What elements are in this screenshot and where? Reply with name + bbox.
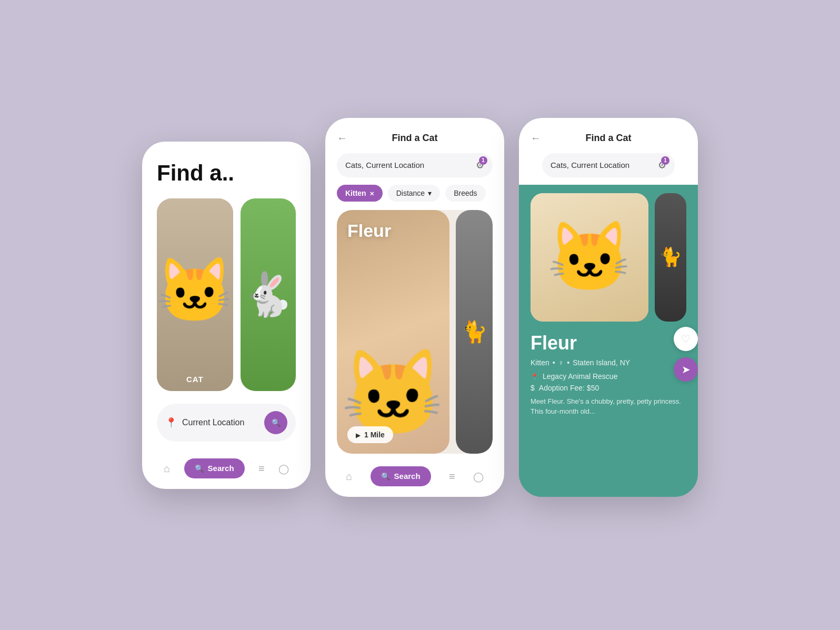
rescue-location-icon [531,372,538,381]
s3-cat-name: Fleur [531,332,686,354]
chevron-down-icon [428,189,432,197]
screen3-search-section: Cats, Current Location ⚙ 1 [519,153,698,185]
filter-distance[interactable]: Distance [388,185,440,202]
screen2-title: Find a Cat [392,133,437,144]
distance-text: 1 Mile [364,431,385,439]
filter-pills: Kitten Distance Breeds [337,185,493,202]
filter-kitten-label: Kitten [345,189,366,197]
filter-kitten-close[interactable] [369,189,374,197]
nav-home[interactable] [164,462,170,475]
s2-nav-home[interactable] [346,469,352,483]
screen2-bottom-nav: Search [337,462,493,486]
heart-icon [681,333,691,345]
s3-filter-badge: 1 [661,156,669,165]
search-button[interactable] [264,411,287,434]
screen3-cat-info: Fleur Kitten ♀ Staten Island, NY Legacy … [519,322,698,497]
cat-image-bg [157,198,233,391]
screen2-header: Find a Cat [337,133,493,144]
search-icon [272,417,281,428]
search-query-text: Cats, Current Location [345,161,424,169]
s2-nav-search-active[interactable]: Search [371,466,431,486]
nav-search-active[interactable]: Search [184,458,245,478]
messages-icon [258,462,265,475]
phone-screen-3: Find a Cat Cats, Current Location ⚙ 1 [519,118,698,497]
nav-search-label: Search [208,464,234,473]
search-bar[interactable]: Current Location [157,404,296,442]
s3-cat-meta: Kitten ♀ Staten Island, NY [531,358,686,367]
s2-nav-search-label: Search [394,472,421,481]
cat-label: CAT [186,375,204,384]
screen3-content: Find a Cat Cats, Current Location ⚙ 1 [519,118,698,497]
s3-rescue-row: Legacy Animal Rescue [531,372,686,381]
filter-badge: 1 [479,156,487,165]
profile-icon-2 [473,469,484,483]
screen3-header: Find a Cat [519,118,698,153]
adoption-fee: Adoption Fee: $50 [539,384,599,392]
filter-kitten[interactable]: Kitten [337,185,383,202]
distance-badge: 1 Mile [347,426,393,443]
screen2-search-bar[interactable]: Cats, Current Location ⚙ 1 [337,153,493,177]
s2-nav-profile[interactable] [473,469,484,483]
fleur-card-bg: Fleur 1 Mile [337,210,449,454]
cat-image-card[interactable]: CAT [157,198,233,391]
s3-search-query: Cats, Current Location [551,161,629,169]
screen2-content: Find a Cat Cats, Current Location ⚙ 1 Ki… [325,118,504,497]
screen3-title: Find a Cat [585,133,631,144]
next-card-peek [456,210,493,454]
back-button[interactable] [337,132,347,144]
s3-cat-description: Meet Fleur. She's a chubby, pretty, pett… [531,396,686,417]
s3-fee-row: Adoption Fee: $50 [531,384,686,392]
favorite-button[interactable] [674,327,698,351]
filter-button[interactable]: ⚙ 1 [476,159,484,171]
phone-screen-2: Find a Cat Cats, Current Location ⚙ 1 Ki… [325,118,504,497]
screens-container: Find a.. CAT Current Location [142,134,698,497]
navigation-icon [356,431,360,439]
search-nav-icon [195,464,204,473]
nav-messages[interactable] [258,462,265,475]
bottom-nav: Search [157,454,296,478]
rabbit-image-bg [241,198,296,391]
screen3-search-bar[interactable]: Cats, Current Location ⚙ 1 [542,153,675,177]
profile-icon [278,462,289,475]
dollar-icon [531,384,535,392]
search-nav-icon-2 [381,472,390,481]
filter-distance-label: Distance [396,189,425,197]
screen1-content: Find a.. CAT Current Location [142,142,311,489]
rescue-name: Legacy Animal Rescue [543,372,617,381]
filter-breeds-label: Breeds [454,189,477,197]
s3-cat-main-bg [531,193,648,322]
cat-card[interactable]: Fleur 1 Mile [337,210,493,454]
send-icon [682,363,691,376]
filter-breeds[interactable]: Breeds [445,185,485,202]
home-icon-2 [346,469,352,483]
location-pin-icon [165,417,177,428]
screen1-title: Find a.. [157,161,296,186]
s3-main-cat-image[interactable] [531,193,648,322]
s3-cat-side-bg [655,193,686,322]
screen3-cat-images [519,185,698,322]
action-buttons [674,327,698,382]
phone-screen-1: Find a.. CAT Current Location [142,142,311,489]
screen1-images: CAT [157,198,296,391]
nav-profile[interactable] [278,462,289,475]
cat-type: Kitten [531,358,549,367]
rabbit-image-card[interactable] [241,198,296,391]
contact-button[interactable] [674,357,698,382]
location-text: Current Location [182,418,264,427]
cat-gender: ♀ [558,358,564,367]
s3-filter-button[interactable]: ⚙ 1 [658,159,666,171]
separator-2 [567,358,569,367]
s3-back-button[interactable] [531,132,541,144]
cat-card-name: Fleur [347,221,391,241]
home-icon [164,462,170,475]
separator-1 [553,358,555,367]
s3-side-cat-image[interactable] [655,193,686,322]
s2-nav-messages[interactable] [449,469,455,483]
messages-icon-2 [449,469,455,483]
cat-location: Staten Island, NY [573,358,630,367]
